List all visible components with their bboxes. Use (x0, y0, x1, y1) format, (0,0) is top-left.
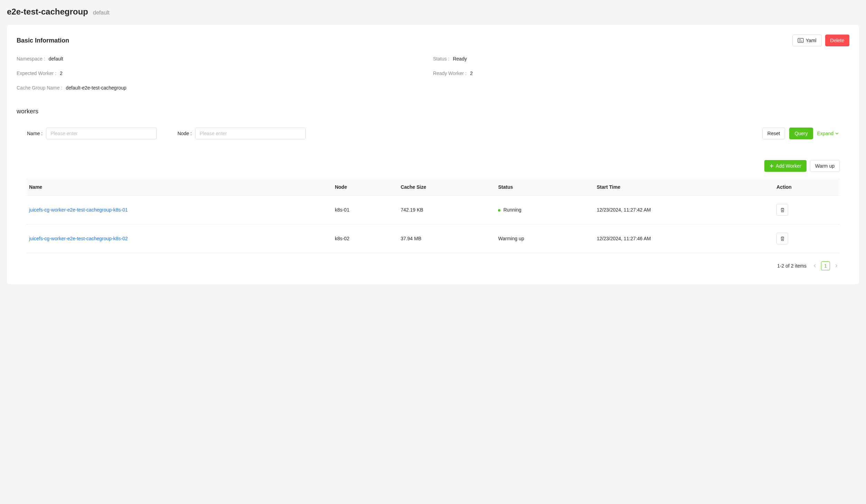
ready-worker-label: Ready Worker : (433, 71, 467, 76)
basic-info-header: Basic Information Yaml Delete (17, 35, 849, 46)
card-actions: Yaml Delete (792, 35, 849, 46)
pagination-prev[interactable] (811, 264, 818, 268)
expected-worker-label: Expected Worker : (17, 71, 56, 76)
table-row: juicefs-cg-worker-e2e-test-cachegroup-k8… (26, 224, 840, 253)
query-button-label: Query (794, 131, 808, 136)
reset-button-label: Reset (767, 131, 780, 136)
worker-start-time: 12/23/2024, 11:27:46 AM (593, 224, 773, 253)
worker-name-link[interactable]: juicefs-cg-worker-e2e-test-cachegroup-k8… (29, 207, 128, 213)
worker-node: k8s-02 (331, 224, 396, 253)
page-title: e2e-test-cachegroup (7, 7, 88, 17)
info-status: Status : Ready (433, 56, 849, 62)
main-card: Basic Information Yaml Delete Namespace … (7, 25, 859, 284)
pagination-next[interactable] (833, 264, 840, 268)
col-action: Action (772, 179, 840, 196)
status-label: Status : (433, 56, 449, 62)
col-cache-size: Cache Size (396, 179, 494, 196)
worker-name-link[interactable]: juicefs-cg-worker-e2e-test-cachegroup-k8… (29, 236, 128, 241)
col-node: Node (331, 179, 396, 196)
yaml-button-label: Yaml (806, 38, 817, 43)
col-name: Name (26, 179, 331, 196)
warm-up-label: Warm up (815, 163, 835, 169)
info-expected-worker: Expected Worker : 2 (17, 71, 433, 76)
expand-toggle[interactable]: Expand (817, 131, 839, 136)
warm-up-button[interactable]: Warm up (810, 160, 840, 172)
basic-info-title: Basic Information (17, 37, 69, 44)
page-subtitle: default (93, 10, 110, 16)
info-ready-worker: Ready Worker : 2 (433, 71, 849, 76)
page-header: e2e-test-cachegroup default (7, 7, 859, 17)
workers-table-wrap: Name Node Cache Size Status Start Time A… (17, 179, 849, 253)
filter-bar: Name : Node : Reset Query Expand (17, 128, 849, 139)
table-actions: Add Worker Warm up (17, 160, 849, 172)
chevron-right-icon (835, 264, 838, 268)
filter-fields: Name : Node : (27, 128, 306, 139)
table-header-row: Name Node Cache Size Status Start Time A… (26, 179, 840, 196)
filter-actions: Reset Query Expand (762, 128, 839, 139)
chevron-left-icon (813, 264, 817, 268)
trash-icon (780, 207, 785, 213)
delete-row-button[interactable] (776, 204, 788, 216)
workers-section-title: workers (17, 108, 849, 115)
worker-node: k8s-01 (331, 196, 396, 224)
filter-name: Name : (27, 128, 157, 139)
table-row: juicefs-cg-worker-e2e-test-cachegroup-k8… (26, 196, 840, 224)
workers-table: Name Node Cache Size Status Start Time A… (26, 179, 840, 253)
pagination-page-1[interactable]: 1 (821, 261, 830, 270)
namespace-label: Namespace : (17, 56, 45, 62)
worker-start-time: 12/23/2024, 11:27:42 AM (593, 196, 773, 224)
add-worker-button[interactable]: Add Worker (764, 160, 807, 172)
pagination-nav: 1 (811, 261, 840, 270)
reset-button[interactable]: Reset (762, 128, 785, 139)
worker-status-text: Running (503, 207, 521, 213)
col-start-time: Start Time (593, 179, 773, 196)
filter-node-label: Node : (177, 131, 192, 136)
filter-name-label: Name : (27, 131, 43, 136)
trash-icon (780, 236, 785, 241)
query-button[interactable]: Query (789, 128, 813, 139)
delete-row-button[interactable] (776, 233, 788, 244)
worker-status: Warming up (494, 224, 592, 253)
status-dot-icon (498, 209, 500, 212)
svg-rect-0 (798, 38, 803, 43)
worker-cache-size: 742.19 KB (396, 196, 494, 224)
worker-cache-size: 37.94 MB (396, 224, 494, 253)
basic-info-grid: Namespace : default Status : Ready Expec… (17, 56, 849, 91)
yaml-icon (798, 38, 804, 43)
filter-node: Node : (177, 128, 306, 139)
worker-status: Running (494, 196, 592, 224)
yaml-button[interactable]: Yaml (792, 35, 822, 46)
cachegroup-name-label: Cache Group Name : (17, 85, 62, 91)
chevron-down-icon (835, 131, 839, 136)
info-namespace: Namespace : default (17, 56, 433, 62)
plus-icon (770, 164, 774, 168)
pagination: 1-2 of 2 items 1 (17, 261, 849, 270)
cachegroup-name-value: default-e2e-test-cachegroup (66, 85, 126, 91)
pagination-summary: 1-2 of 2 items (777, 263, 807, 269)
delete-button-label: Delete (830, 38, 844, 43)
col-status: Status (494, 179, 592, 196)
filter-name-input[interactable] (46, 128, 157, 139)
status-value: Ready (453, 56, 467, 62)
filter-node-input[interactable] (195, 128, 306, 139)
expected-worker-value: 2 (60, 71, 63, 76)
namespace-value: default (48, 56, 63, 62)
delete-button[interactable]: Delete (825, 35, 849, 46)
info-cachegroup-name: Cache Group Name : default-e2e-test-cach… (17, 85, 849, 91)
add-worker-label: Add Worker (776, 163, 801, 169)
worker-status-text: Warming up (498, 236, 524, 241)
ready-worker-value: 2 (470, 71, 473, 76)
expand-label: Expand (817, 131, 833, 136)
